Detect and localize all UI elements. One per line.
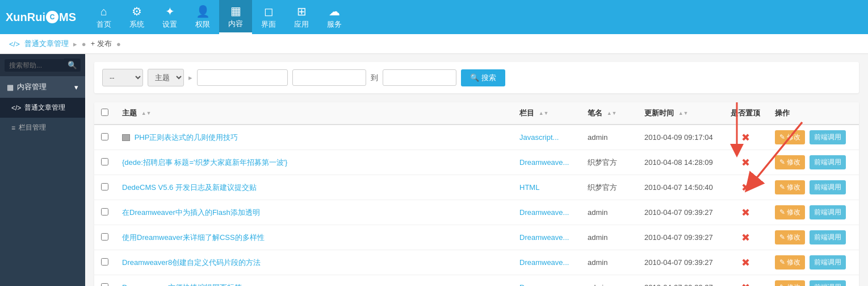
edit-button-2[interactable]: ✎ 修改 [775, 180, 805, 194]
th-update-time: 更新时间 ▲▼ [638, 102, 723, 125]
theme-link-3[interactable]: 在Dreamweaver中为插入的Flash添加透明 [122, 208, 260, 217]
theme-link-2[interactable]: DedeCMS V5.6 开发日志及新建议提交贴 [122, 183, 257, 192]
author-sort-icon[interactable]: ▲▼ [607, 111, 617, 116]
sidebar-item-article-manage[interactable]: </> 普通文章管理 [0, 98, 85, 118]
breadcrumb-parent-link[interactable]: 普通文章管理 [24, 39, 69, 49]
filter-keyword-input[interactable] [197, 69, 288, 86]
edit-button-3[interactable]: ✎ 修改 [775, 205, 805, 219]
table-row: DedeCMS V5.6 开发日志及新建议提交贴 HTML 织梦官方 2010-… [94, 175, 859, 200]
theme-link-0[interactable]: PHP正则表达式的几则使用技巧 [135, 133, 238, 142]
edit-button-5[interactable]: ✎ 修改 [775, 255, 805, 270]
filter-search-button[interactable]: 🔍 搜索 [461, 69, 505, 86]
row-check [94, 175, 115, 200]
row-checkbox-3[interactable] [101, 208, 108, 215]
nav-item-content[interactable]: ▦ 内容 [219, 0, 252, 34]
edit-button-6[interactable]: ✎ 修改 [775, 280, 805, 286]
edit-button-4[interactable]: ✎ 修改 [775, 230, 805, 244]
row-is-top: ✖ [723, 200, 768, 225]
row-author: 织梦官方 [581, 150, 638, 175]
nav-item-interface[interactable]: ◻ 界面 [252, 0, 285, 34]
not-top-icon-5[interactable]: ✖ [741, 257, 750, 268]
row-is-top: ✖ [723, 225, 768, 250]
frontend-button-1[interactable]: 前端调用 [810, 155, 846, 169]
nav-label-permissions: 权限 [195, 19, 210, 30]
breadcrumb-bar: </> 普通文章管理 ▸ ● + 发布 ● [0, 34, 868, 54]
filter-date-from[interactable] [292, 69, 366, 86]
category-sort-icon[interactable]: ▲▼ [539, 111, 549, 116]
row-category: Dreamweave... [513, 275, 581, 287]
row-update-time: 2010-04-08 14:28:09 [638, 150, 723, 175]
filter-date-to[interactable] [383, 69, 456, 86]
nav-item-home[interactable]: ⌂ 首页 [87, 0, 120, 34]
not-top-icon-2[interactable]: ✖ [741, 182, 750, 193]
row-checkbox-1[interactable] [101, 158, 108, 165]
logo-icon: C [46, 11, 58, 23]
theme-link-1[interactable]: {dede:招聘启事 标题='织梦大家庭新年招募第一波'} [122, 158, 287, 167]
theme-link-6[interactable]: Dreamweaver方便快捷编辑网页标签 [122, 283, 242, 287]
sidebar-item-category-manage[interactable]: ≡ 栏目管理 [0, 118, 85, 138]
nav-item-system[interactable]: ⚙ 系统 [120, 0, 153, 34]
chevron-icon: ▾ [74, 83, 78, 92]
permissions-icon: 👤 [196, 5, 210, 18]
table-header: 主题 ▲▼ 栏目 ▲▼ 笔名 ▲▼ 更新时间 ▲ [94, 102, 859, 125]
category-link-4[interactable]: Dreamweave... [519, 233, 569, 242]
sidebar-section-header-content[interactable]: ▦ 内容管理 ▾ [0, 76, 85, 98]
row-theme: 在Dreamweaver中为插入的Flash添加透明 [115, 200, 513, 225]
not-top-icon-6[interactable]: ✖ [741, 282, 750, 287]
logo-text-before: XunRui [6, 11, 45, 24]
not-top-icon-0[interactable]: ✖ [741, 132, 750, 143]
filter-dropdown-2[interactable]: 主题 栏目 笔名 [148, 69, 184, 86]
frontend-button-6[interactable]: 前端调用 [810, 280, 846, 286]
img-icon [122, 134, 130, 141]
nav-label-apps: 应用 [294, 19, 309, 30]
theme-link-4[interactable]: 使用Dreamweaver来详细了解CSS的多样性 [122, 233, 265, 242]
nav-item-permissions[interactable]: 👤 权限 [186, 0, 219, 34]
row-update-time: 2010-04-07 09:39:27 [638, 250, 723, 275]
select-all-checkbox[interactable] [101, 109, 108, 116]
row-checkbox-0[interactable] [101, 133, 108, 140]
publish-dot: ● [116, 40, 121, 48]
category-link-6[interactable]: Dreamweave... [519, 283, 569, 286]
table-row: 在Dreamweaver中为插入的Flash添加透明 Dreamweave...… [94, 200, 859, 225]
row-checkbox-2[interactable] [101, 183, 108, 190]
category-link-3[interactable]: Dreamweave... [519, 208, 569, 217]
frontend-button-3[interactable]: 前端调用 [810, 205, 846, 219]
nav-label-interface: 界面 [261, 19, 276, 30]
theme-sort-icon[interactable]: ▲▼ [141, 111, 152, 116]
sidebar-item-label-article: 普通文章管理 [24, 103, 65, 113]
row-author: admin [581, 250, 638, 275]
row-checkbox-4[interactable] [101, 233, 108, 241]
not-top-icon-3[interactable]: ✖ [741, 207, 750, 218]
row-category: Dreamweave... [513, 250, 581, 275]
frontend-button-5[interactable]: 前端调用 [810, 255, 846, 270]
frontend-button-2[interactable]: 前端调用 [810, 180, 846, 194]
theme-link-5[interactable]: Dreamweaver8创建自定义代码片段的方法 [122, 258, 261, 267]
nav-item-settings[interactable]: ✦ 设置 [153, 0, 186, 34]
edit-button-0[interactable]: ✎ 修改 [775, 130, 805, 144]
category-link-5[interactable]: Dreamweave... [519, 258, 569, 267]
not-top-icon-4[interactable]: ✖ [741, 232, 750, 243]
publish-button[interactable]: + 发布 [91, 39, 112, 49]
nav-item-services[interactable]: ☁ 服务 [318, 0, 351, 34]
category-link-1[interactable]: Dreamweave... [519, 158, 569, 167]
frontend-button-0[interactable]: 前端调用 [810, 130, 846, 144]
filter-to-label: 到 [371, 73, 378, 83]
time-sort-icon[interactable]: ▲▼ [678, 111, 689, 116]
row-actions: ✎ 修改 前端调用 [768, 175, 859, 200]
filter-dropdown-1[interactable]: -- 选项1 选项2 [102, 69, 143, 86]
nav-item-apps[interactable]: ⊞ 应用 [285, 0, 318, 34]
search-button[interactable]: 🔍 [64, 59, 81, 72]
row-checkbox-6[interactable] [101, 283, 108, 287]
frontend-button-4[interactable]: 前端调用 [810, 230, 846, 244]
category-link-2[interactable]: HTML [519, 183, 539, 192]
row-category: Dreamweave... [513, 225, 581, 250]
category-link-0[interactable]: Javascript... [519, 133, 559, 142]
row-checkbox-5[interactable] [101, 258, 108, 266]
search-input[interactable] [5, 59, 64, 72]
edit-button-1[interactable]: ✎ 修改 [775, 155, 805, 169]
not-top-icon-1[interactable]: ✖ [741, 157, 750, 168]
row-author: 织梦官方 [581, 175, 638, 200]
apps-icon: ⊞ [297, 5, 307, 18]
row-check [94, 125, 115, 150]
filter-search-label: 搜索 [481, 73, 496, 83]
